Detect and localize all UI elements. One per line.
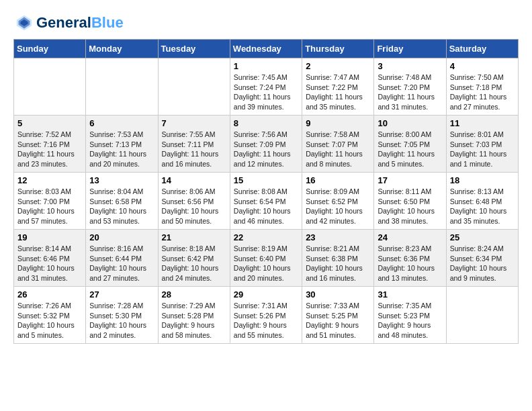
calendar-cell-0-1: [86, 58, 158, 116]
cell-day-number: 26: [17, 289, 82, 300]
cell-content: Sunrise: 7:52 AM Sunset: 7:16 PM Dayligh…: [17, 130, 82, 169]
cell-day-number: 22: [234, 232, 298, 242]
calendar-cell-4-5: 31Sunrise: 7:35 AM Sunset: 5:23 PM Dayli…: [374, 287, 446, 344]
calendar-cell-2-0: 12Sunrise: 8:03 AM Sunset: 7:00 PM Dayli…: [14, 173, 86, 230]
cell-content: Sunrise: 8:16 AM Sunset: 6:44 PM Dayligh…: [89, 244, 154, 283]
cell-content: Sunrise: 7:53 AM Sunset: 7:13 PM Dayligh…: [89, 130, 154, 169]
cell-day-number: 30: [306, 289, 370, 300]
cell-content: Sunrise: 7:55 AM Sunset: 7:11 PM Dayligh…: [162, 130, 226, 169]
calendar-cell-1-4: 9Sunrise: 7:58 AM Sunset: 7:07 PM Daylig…: [302, 116, 374, 173]
cell-day-number: 16: [306, 175, 370, 185]
cell-content: Sunrise: 7:50 AM Sunset: 7:18 PM Dayligh…: [450, 73, 515, 112]
header-saturday: Saturday: [446, 40, 518, 58]
cell-content: Sunrise: 8:03 AM Sunset: 7:00 PM Dayligh…: [17, 187, 82, 226]
cell-content: Sunrise: 7:35 AM Sunset: 5:23 PM Dayligh…: [378, 301, 442, 340]
cell-content: Sunrise: 8:24 AM Sunset: 6:34 PM Dayligh…: [450, 244, 515, 283]
cell-day-number: 7: [162, 118, 226, 128]
calendar-cell-1-3: 8Sunrise: 7:56 AM Sunset: 7:09 PM Daylig…: [230, 116, 302, 173]
calendar-cell-0-5: 3Sunrise: 7:48 AM Sunset: 7:20 PM Daylig…: [374, 58, 446, 116]
header: GeneralBlue: [13, 13, 519, 32]
calendar-cell-0-3: 1Sunrise: 7:45 AM Sunset: 7:24 PM Daylig…: [230, 58, 302, 116]
calendar-cell-0-4: 2Sunrise: 7:47 AM Sunset: 7:22 PM Daylig…: [302, 58, 374, 116]
logo-icon: [15, 13, 34, 32]
calendar-cell-0-0: [14, 58, 86, 116]
calendar-cell-3-1: 20Sunrise: 8:16 AM Sunset: 6:44 PM Dayli…: [86, 230, 158, 287]
calendar-row-2: 12Sunrise: 8:03 AM Sunset: 7:00 PM Dayli…: [14, 173, 519, 230]
cell-content: Sunrise: 8:21 AM Sunset: 6:38 PM Dayligh…: [306, 244, 370, 283]
cell-day-number: 13: [89, 175, 154, 185]
calendar-cell-2-1: 13Sunrise: 8:04 AM Sunset: 6:58 PM Dayli…: [86, 173, 158, 230]
cell-day-number: 29: [234, 289, 298, 300]
calendar-cell-4-2: 28Sunrise: 7:29 AM Sunset: 5:28 PM Dayli…: [158, 287, 230, 344]
cell-content: Sunrise: 7:47 AM Sunset: 7:22 PM Dayligh…: [306, 73, 370, 112]
calendar-header-row: SundayMondayTuesdayWednesdayThursdayFrid…: [14, 40, 519, 58]
header-monday: Monday: [86, 40, 158, 58]
calendar-row-1: 5Sunrise: 7:52 AM Sunset: 7:16 PM Daylig…: [14, 116, 519, 173]
calendar-cell-4-3: 29Sunrise: 7:31 AM Sunset: 5:26 PM Dayli…: [230, 287, 302, 344]
calendar-cell-1-1: 6Sunrise: 7:53 AM Sunset: 7:13 PM Daylig…: [86, 116, 158, 173]
cell-day-number: 4: [450, 61, 515, 71]
header-wednesday: Wednesday: [230, 40, 302, 58]
calendar-cell-1-6: 11Sunrise: 8:01 AM Sunset: 7:03 PM Dayli…: [446, 116, 518, 173]
calendar-cell-1-2: 7Sunrise: 7:55 AM Sunset: 7:11 PM Daylig…: [158, 116, 230, 173]
cell-day-number: 9: [306, 118, 370, 128]
calendar-row-3: 19Sunrise: 8:14 AM Sunset: 6:46 PM Dayli…: [14, 230, 519, 287]
calendar-cell-2-2: 14Sunrise: 8:06 AM Sunset: 6:56 PM Dayli…: [158, 173, 230, 230]
header-thursday: Thursday: [302, 40, 374, 58]
cell-day-number: 3: [378, 61, 442, 71]
cell-content: Sunrise: 8:09 AM Sunset: 6:52 PM Dayligh…: [306, 187, 370, 226]
cell-content: Sunrise: 8:14 AM Sunset: 6:46 PM Dayligh…: [17, 244, 82, 283]
cell-day-number: 14: [162, 175, 226, 185]
cell-day-number: 8: [234, 118, 298, 128]
cell-day-number: 6: [89, 118, 154, 128]
cell-day-number: 28: [162, 289, 226, 300]
calendar-cell-1-5: 10Sunrise: 8:00 AM Sunset: 7:05 PM Dayli…: [374, 116, 446, 173]
page-wrapper: GeneralBlue SundayMondayTuesdayWednesday…: [13, 13, 519, 344]
calendar-cell-0-6: 4Sunrise: 7:50 AM Sunset: 7:18 PM Daylig…: [446, 58, 518, 116]
cell-content: Sunrise: 7:58 AM Sunset: 7:07 PM Dayligh…: [306, 130, 370, 169]
cell-content: Sunrise: 8:01 AM Sunset: 7:03 PM Dayligh…: [450, 130, 515, 169]
cell-day-number: 10: [378, 118, 442, 128]
logo-text: GeneralBlue: [36, 15, 124, 31]
calendar-cell-1-0: 5Sunrise: 7:52 AM Sunset: 7:16 PM Daylig…: [14, 116, 86, 173]
cell-day-number: 31: [378, 289, 442, 300]
cell-content: Sunrise: 7:48 AM Sunset: 7:20 PM Dayligh…: [378, 73, 442, 112]
cell-content: Sunrise: 7:45 AM Sunset: 7:24 PM Dayligh…: [234, 73, 298, 112]
header-friday: Friday: [374, 40, 446, 58]
cell-day-number: 27: [89, 289, 154, 300]
calendar-cell-4-0: 26Sunrise: 7:26 AM Sunset: 5:32 PM Dayli…: [14, 287, 86, 344]
calendar-cell-2-3: 15Sunrise: 8:08 AM Sunset: 6:54 PM Dayli…: [230, 173, 302, 230]
cell-content: Sunrise: 8:04 AM Sunset: 6:58 PM Dayligh…: [89, 187, 154, 226]
cell-day-number: 11: [450, 118, 515, 128]
calendar-cell-3-4: 23Sunrise: 8:21 AM Sunset: 6:38 PM Dayli…: [302, 230, 374, 287]
calendar-cell-2-4: 16Sunrise: 8:09 AM Sunset: 6:52 PM Dayli…: [302, 173, 374, 230]
cell-day-number: 1: [234, 61, 298, 71]
cell-day-number: 20: [89, 232, 154, 242]
cell-day-number: 23: [306, 232, 370, 242]
cell-content: Sunrise: 7:28 AM Sunset: 5:30 PM Dayligh…: [89, 301, 154, 340]
cell-day-number: 24: [378, 232, 442, 242]
calendar-cell-3-2: 21Sunrise: 8:18 AM Sunset: 6:42 PM Dayli…: [158, 230, 230, 287]
calendar-table: SundayMondayTuesdayWednesdayThursdayFrid…: [13, 39, 519, 344]
calendar-cell-0-2: [158, 58, 230, 116]
cell-day-number: 15: [234, 175, 298, 185]
calendar-cell-2-5: 17Sunrise: 8:11 AM Sunset: 6:50 PM Dayli…: [374, 173, 446, 230]
header-sunday: Sunday: [14, 40, 86, 58]
cell-day-number: 12: [17, 175, 82, 185]
calendar-cell-4-4: 30Sunrise: 7:33 AM Sunset: 5:25 PM Dayli…: [302, 287, 374, 344]
cell-content: Sunrise: 8:13 AM Sunset: 6:48 PM Dayligh…: [450, 187, 515, 226]
calendar-cell-3-5: 24Sunrise: 8:23 AM Sunset: 6:36 PM Dayli…: [374, 230, 446, 287]
calendar-row-0: 1Sunrise: 7:45 AM Sunset: 7:24 PM Daylig…: [14, 58, 519, 116]
cell-day-number: 21: [162, 232, 226, 242]
calendar-cell-3-0: 19Sunrise: 8:14 AM Sunset: 6:46 PM Dayli…: [14, 230, 86, 287]
cell-day-number: 18: [450, 175, 515, 185]
logo: GeneralBlue: [13, 13, 124, 32]
calendar-cell-4-6: [446, 287, 518, 344]
cell-content: Sunrise: 7:31 AM Sunset: 5:26 PM Dayligh…: [234, 301, 298, 340]
calendar-cell-4-1: 27Sunrise: 7:28 AM Sunset: 5:30 PM Dayli…: [86, 287, 158, 344]
cell-day-number: 5: [17, 118, 82, 128]
header-tuesday: Tuesday: [158, 40, 230, 58]
cell-content: Sunrise: 7:26 AM Sunset: 5:32 PM Dayligh…: [17, 301, 82, 340]
cell-day-number: 17: [378, 175, 442, 185]
cell-day-number: 19: [17, 232, 82, 242]
